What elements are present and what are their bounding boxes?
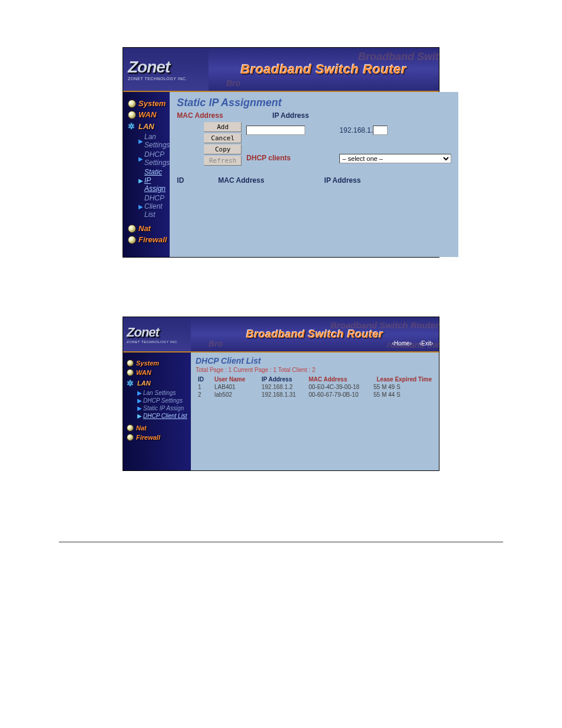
- sub-nav-lan: ▶ Lan Settings ▶ DHCP Settings ▶ Static …: [128, 132, 170, 219]
- sidebar-item-system[interactable]: System: [128, 98, 170, 109]
- sidebar-item-firewall[interactable]: Firewall: [128, 234, 170, 245]
- sidebar-item-wan[interactable]: WAN: [127, 368, 191, 377]
- subnav-static-ip-assign[interactable]: ▶ Static IP Assign: [138, 167, 170, 193]
- cell-user: lab502: [212, 391, 259, 398]
- sidebar-item-wan[interactable]: WAN: [128, 109, 170, 120]
- col-mac: MAC Address: [218, 176, 324, 185]
- dhcp-clients-label: DHCP clients: [246, 154, 335, 162]
- cell-mac: 00-60-67-79-0B-10: [306, 391, 371, 398]
- bullet-icon: [127, 360, 134, 367]
- dhcp-summary: Total Page : 1 Current Page : 1 Total Cl…: [196, 367, 434, 373]
- bullet-icon: [128, 236, 136, 244]
- sidebar-item-lan[interactable]: ✲ LAN: [127, 377, 191, 389]
- sub-label: Lan Settings: [144, 133, 170, 149]
- refresh-button[interactable]: Refresh: [204, 156, 242, 166]
- sidebar-item-nat[interactable]: Nat: [127, 423, 191, 433]
- ip-prefix: 192.168.1.: [339, 126, 373, 134]
- sidebar: System WAN ✲ LAN ▶ Lan Settings ▶: [123, 353, 191, 470]
- sub-label: Lan Settings: [143, 390, 176, 396]
- subnav-static-ip-assign[interactable]: ▶ Static IP Assign: [137, 404, 191, 412]
- bullet-icon: [128, 111, 136, 119]
- dhcp-clients-select[interactable]: – select one –: [339, 154, 451, 163]
- banner-ghost-left: Bro: [209, 339, 223, 348]
- subnav-lan-settings[interactable]: ▶ Lan Settings: [137, 389, 191, 397]
- subnav-dhcp-client-list[interactable]: ▶ DHCP Client List: [138, 193, 170, 219]
- arrow-icon: ▶: [137, 413, 142, 419]
- cell-ip: 192.168.1.31: [259, 391, 306, 398]
- cell-mac: 00-E0-4C-39-00-18: [306, 383, 371, 391]
- cell-lease: 55 M 49 S: [371, 383, 434, 391]
- header-banner: Zonet ZONET TECHNOLOGY INC. Broadband Sw…: [123, 48, 439, 92]
- content-dhcp-client-list: DHCP Client List Total Page : 1 Current …: [191, 353, 439, 470]
- cancel-button[interactable]: Cancel: [204, 133, 242, 143]
- brand-tagline: ZONET TECHNOLOGY INC.: [128, 77, 209, 81]
- add-button[interactable]: Add: [204, 122, 242, 132]
- sidebar-item-system[interactable]: System: [127, 358, 191, 368]
- subnav-dhcp-settings[interactable]: ▶ DHCP Settings: [137, 397, 191, 404]
- logo-area: Zonet ZONET TECHNOLOGY INC.: [123, 48, 209, 91]
- banner-ghost-top: Broadband Swit: [358, 51, 439, 63]
- exit-link[interactable]: ‹Exit›: [419, 340, 433, 347]
- nav-label: WAN: [136, 369, 151, 376]
- bullet-icon: [128, 225, 136, 233]
- cell-ip: 192.168.1.2: [259, 383, 306, 391]
- bullet-icon: [128, 100, 136, 108]
- home-link[interactable]: ‹Home›: [392, 340, 412, 347]
- col-mac: MAC Address: [306, 375, 371, 383]
- banner-links: ‹Home› ‹Exit›: [386, 340, 433, 347]
- banner-title-area: Broadband Swit Bro Broadband Switch Rout…: [209, 48, 439, 91]
- arrow-icon: ▶: [138, 138, 143, 144]
- nav-label: LAN: [137, 380, 151, 387]
- subnav-lan-settings[interactable]: ▶ Lan Settings: [138, 132, 170, 150]
- cell-id: 1: [196, 383, 212, 391]
- subnav-dhcp-settings[interactable]: ▶ DHCP Settings: [138, 150, 170, 167]
- nav-label: Nat: [136, 424, 147, 431]
- table-row: 2 lab502 192.168.1.31 00-60-67-79-0B-10 …: [196, 391, 434, 398]
- arrow-icon: ▶: [138, 203, 143, 210]
- col-ip: IP Address: [259, 375, 306, 383]
- subnav-dhcp-client-list[interactable]: ▶ DHCP Client List: [137, 412, 191, 420]
- table-row: 1 LAB401 192.168.1.2 00-E0-4C-39-00-18 5…: [196, 383, 434, 391]
- nav-label: LAN: [138, 122, 154, 131]
- cell-user: LAB401: [212, 383, 259, 391]
- nav-label: Nat: [138, 224, 151, 233]
- page-title: Static IP Assignment: [177, 97, 451, 109]
- copy-button[interactable]: Copy: [204, 144, 242, 154]
- sub-label: DHCP Settings: [144, 150, 170, 167]
- arrow-icon: ▶: [138, 156, 143, 162]
- arrow-icon: ▶: [137, 390, 142, 396]
- page-title: DHCP Client List: [196, 356, 434, 365]
- static-ip-panel: Zonet ZONET TECHNOLOGY INC. Broadband Sw…: [123, 47, 439, 258]
- banner-title-area: Broadband Switch Router Bro roadband Sw …: [191, 317, 439, 351]
- arrow-icon: ▶: [137, 405, 142, 411]
- sub-label: Static IP Assign: [144, 168, 170, 193]
- sidebar: System WAN ✲ LAN ▶ Lan Settings ▶: [123, 92, 170, 257]
- header-banner: Zonet ZONET TECHNOLOGY INC. Broadband Sw…: [123, 317, 439, 353]
- sub-label: DHCP Client List: [144, 194, 170, 219]
- sub-nav-lan: ▶ Lan Settings ▶ DHCP Settings ▶ Static …: [127, 389, 191, 420]
- mac-address-input[interactable]: [246, 126, 305, 135]
- cell-lease: 55 M 44 S: [371, 391, 434, 398]
- ip-address-label: IP Address: [246, 111, 335, 120]
- content-static-ip: Static IP Assignment MAC Address IP Addr…: [170, 92, 458, 257]
- sidebar-item-lan[interactable]: ✲ LAN: [128, 120, 170, 132]
- col-ip: IP Address: [324, 176, 383, 185]
- sub-label: DHCP Client List: [143, 413, 187, 419]
- col-id: ID: [177, 176, 218, 185]
- banner-title: Broadband Switch Router: [241, 62, 407, 77]
- sidebar-item-nat[interactable]: Nat: [128, 223, 170, 234]
- arrow-icon: ▶: [137, 397, 142, 404]
- nav-label: Firewall: [138, 235, 167, 244]
- page-footer-rule: [59, 542, 503, 542]
- col-user: User Name: [212, 375, 259, 383]
- sub-label: DHCP Settings: [143, 397, 183, 404]
- mac-address-label: MAC Address: [177, 111, 242, 120]
- col-lease: Lease Expired Time: [371, 375, 434, 383]
- bullet-icon: [127, 424, 134, 431]
- sidebar-item-firewall[interactable]: Firewall: [127, 433, 191, 442]
- assignment-list-header: ID MAC Address IP Address: [177, 176, 451, 185]
- nav-label: Firewall: [136, 434, 160, 441]
- nav-label: WAN: [138, 110, 156, 119]
- table-header-row: ID User Name IP Address MAC Address Leas…: [196, 375, 434, 383]
- ip-octet-input[interactable]: [373, 126, 388, 135]
